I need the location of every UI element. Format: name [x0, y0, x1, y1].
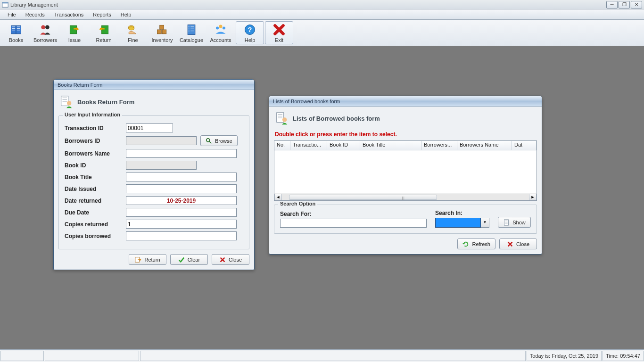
col-book-id[interactable]: Book ID	[327, 141, 360, 150]
boxes-icon	[156, 23, 169, 36]
close-return-button[interactable]: Close	[212, 254, 249, 265]
date-issued-label: Date Issued	[65, 186, 126, 192]
svg-point-16	[216, 26, 219, 29]
refresh-button[interactable]: Refresh	[457, 239, 495, 249]
svg-point-25	[282, 117, 287, 122]
date-returned-label: Date returned	[65, 197, 126, 204]
borrowed-table[interactable]: No. Transactio... Book ID Book Title Bor…	[274, 140, 537, 201]
close-window-button[interactable]: ✕	[631, 1, 642, 8]
svg-point-13	[189, 28, 190, 29]
col-book-title[interactable]: Book Title	[360, 141, 421, 150]
col-transaction[interactable]: Transactio...	[290, 141, 327, 150]
toolbar-issue-label: Issue	[68, 37, 81, 43]
svg-point-21	[67, 101, 71, 105]
clear-button[interactable]: Clear	[170, 254, 208, 265]
toolbar-books-label: Books	[9, 37, 24, 43]
status-cell-2	[45, 351, 139, 361]
minimize-button[interactable]: ─	[606, 1, 618, 8]
chevron-down-icon[interactable]: ▼	[481, 218, 489, 228]
borrowed-list-titlebar[interactable]: Lists of Borrowed books form	[269, 96, 542, 107]
close-list-button[interactable]: Close	[499, 239, 537, 249]
close-x-icon	[219, 256, 226, 263]
money-hand-icon	[126, 23, 140, 36]
svg-rect-26	[504, 219, 509, 225]
scroll-thumb[interactable]	[289, 195, 437, 200]
menubar: File Records Transactions Reports Help	[0, 9, 644, 20]
statusbar: Today is: Friday, Oct 25, 2019 Time: 09:…	[0, 349, 644, 362]
menu-help[interactable]: Help	[116, 10, 136, 19]
due-date-input[interactable]	[126, 208, 237, 217]
toolbar-fine-label: Fine	[128, 37, 138, 43]
svg-point-15	[219, 25, 223, 28]
browse-button-label: Browse	[215, 138, 232, 144]
toolbar-issue-button[interactable]: Issue	[60, 21, 89, 44]
person-document-icon	[275, 111, 289, 125]
menu-file[interactable]: File	[3, 10, 21, 19]
toolbar-books-button[interactable]: Books	[2, 21, 30, 44]
table-body-empty	[274, 150, 537, 193]
books-return-titlebar[interactable]: Books Return Form	[54, 80, 254, 90]
toolbar-borrowers-button[interactable]: Borrowers	[31, 21, 59, 44]
copies-borrowed-input[interactable]	[126, 231, 237, 240]
date-issued-input[interactable]	[126, 184, 237, 193]
svg-rect-4	[70, 25, 76, 34]
toolbar-catalogue-button[interactable]: Catalogue	[177, 21, 206, 44]
browse-button[interactable]: Browse	[200, 135, 238, 146]
scroll-right-button[interactable]: ►	[529, 194, 537, 201]
copies-returned-input[interactable]	[126, 220, 237, 229]
toolbar-borrowers-label: Borrowers	[33, 37, 57, 43]
toolbar-catalogue-label: Catalogue	[180, 37, 203, 43]
col-no[interactable]: No.	[274, 141, 290, 150]
menu-reports[interactable]: Reports	[88, 10, 116, 19]
toolbar-exit-label: Exit	[275, 37, 283, 43]
col-borrowers-id[interactable]: Borrowers...	[421, 141, 457, 150]
book-left-arrow-icon	[97, 23, 110, 36]
svg-rect-24	[277, 113, 284, 123]
people-icon	[39, 23, 52, 36]
date-returned-input[interactable]	[126, 196, 237, 205]
show-button[interactable]: Show	[498, 217, 531, 228]
svg-point-3	[45, 25, 50, 29]
return-button[interactable]: Return	[129, 254, 166, 265]
search-for-input[interactable]	[280, 219, 427, 228]
toolbar-inventory-label: Inventory	[151, 37, 173, 43]
svg-rect-10	[160, 25, 164, 29]
menu-transactions[interactable]: Transactions	[50, 10, 89, 19]
toolbar-return-button[interactable]: Return	[90, 21, 118, 44]
transaction-id-input[interactable]	[126, 123, 173, 132]
close-list-button-label: Close	[516, 241, 529, 247]
col-borrowers-name[interactable]: Borrowers Name	[457, 141, 512, 150]
status-cell-1	[0, 351, 44, 361]
person-document-icon	[59, 95, 74, 109]
user-input-legend: User Input Information	[63, 112, 122, 117]
svg-point-2	[41, 25, 45, 29]
toolbar-help-button[interactable]: ? Help	[236, 21, 264, 44]
book-id-input	[126, 161, 197, 170]
svg-rect-9	[162, 30, 166, 34]
horizontal-scrollbar[interactable]: ◄ ||| ►	[274, 193, 537, 201]
maximize-button[interactable]: ❐	[619, 1, 630, 8]
col-date[interactable]: Dat	[512, 141, 537, 150]
svg-rect-20	[61, 96, 68, 106]
search-for-label: Search For:	[280, 211, 427, 217]
status-today: Today is: Friday, Oct 25, 2019	[527, 351, 602, 361]
app-titlebar: Library Management ─ ❐ ✕	[0, 0, 644, 9]
user-input-groupbox: User Input Information Transaction ID Bo…	[58, 115, 249, 249]
svg-rect-1	[2, 2, 8, 3]
toolbar-exit-button[interactable]: Exit	[265, 21, 293, 44]
status-cell-spacer	[140, 351, 526, 361]
svg-point-12	[189, 26, 190, 27]
toolbar-inventory-button[interactable]: Inventory	[148, 21, 176, 44]
menu-records[interactable]: Records	[21, 10, 50, 19]
return-arrow-icon	[135, 256, 141, 263]
clear-button-label: Clear	[188, 257, 200, 263]
book-open-icon	[9, 23, 23, 36]
scroll-left-button[interactable]: ◄	[274, 194, 282, 201]
scroll-track[interactable]: |||	[282, 194, 529, 201]
svg-rect-11	[188, 25, 195, 34]
search-in-combobox[interactable]: ▼	[435, 218, 489, 228]
toolbar-accounts-button[interactable]: Accounts	[206, 21, 235, 44]
book-title-input[interactable]	[126, 173, 237, 181]
borrowers-name-input[interactable]	[126, 149, 237, 158]
toolbar-fine-button[interactable]: Fine	[119, 21, 147, 44]
